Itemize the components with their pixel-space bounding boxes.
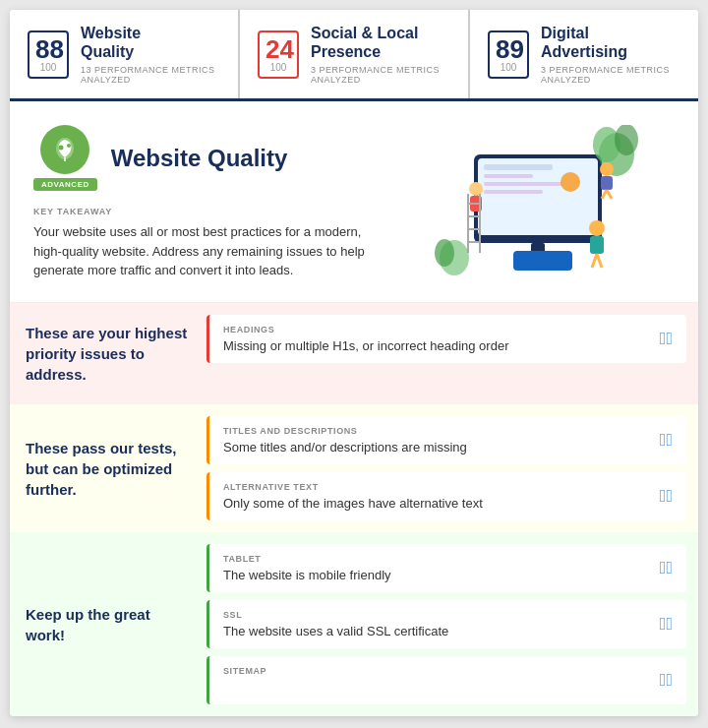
issue-row-optimize: These pass our tests, but can be optimiz… bbox=[10, 404, 698, 532]
issue-card[interactable]: TITLES AND DESCRIPTIONS Some titles and/… bbox=[206, 416, 686, 464]
issue-label-high-priority: These are your highest priority issues t… bbox=[10, 303, 206, 404]
issue-card[interactable]: SITEMAP ✓⃝ bbox=[206, 656, 686, 704]
chevron-icon: ✓⃝ bbox=[660, 329, 673, 349]
issue-category: TITLES AND DESCRIPTIONS bbox=[223, 426, 467, 436]
wq-right bbox=[392, 125, 675, 282]
svg-rect-7 bbox=[484, 182, 562, 186]
score-value-digital: 89 bbox=[496, 36, 521, 62]
issue-label-text-optimize: These pass our tests, but can be optimiz… bbox=[26, 438, 191, 500]
issue-category: SSL bbox=[223, 610, 448, 620]
svg-point-2 bbox=[67, 144, 71, 148]
score-value-social: 24 bbox=[266, 36, 291, 62]
svg-point-15 bbox=[600, 162, 614, 176]
scores-header: 88 100 WebsiteQuality 13 Performance Met… bbox=[10, 10, 698, 101]
wq-header: ADVANCED Website Quality bbox=[33, 125, 373, 191]
chevron-icon: ✓⃝ bbox=[660, 558, 673, 578]
score-subtitle-social: 3 Performance Metrics Analyzed bbox=[311, 65, 450, 85]
issue-label-text-great: Keep up the great work! bbox=[26, 604, 191, 645]
score-box-digital: 89 100 bbox=[488, 30, 529, 79]
chevron-icon: ✓⃝ bbox=[660, 430, 673, 451]
score-block-website: 88 100 WebsiteQuality 13 Performance Met… bbox=[10, 10, 240, 98]
issue-category: SITEMAP bbox=[223, 666, 266, 676]
svg-point-33 bbox=[435, 239, 454, 267]
wq-title: Website Quality bbox=[111, 145, 288, 172]
chevron-icon: ✓⃝ bbox=[660, 670, 673, 691]
issue-card[interactable]: TABLET The website is mobile friendly ✓⃝ bbox=[206, 544, 686, 592]
issue-category: TABLET bbox=[223, 554, 391, 564]
svg-point-27 bbox=[589, 220, 605, 236]
wq-badge: ADVANCED bbox=[33, 178, 97, 191]
issue-items-optimize: TITLES AND DESCRIPTIONS Some titles and/… bbox=[206, 404, 698, 532]
issue-row-high-priority: These are your highest priority issues t… bbox=[10, 303, 698, 404]
issue-label-optimize: These pass our tests, but can be optimiz… bbox=[10, 404, 206, 532]
wq-section: ADVANCED Website Quality KEY TAKEAWAY Yo… bbox=[10, 101, 698, 303]
score-block-social: 24 100 Social & LocalPresence 3 Performa… bbox=[240, 10, 470, 98]
leaf-icon bbox=[51, 136, 79, 163]
chevron-icon: ✓⃝ bbox=[660, 614, 673, 635]
issue-category: ALTERNATIVE TEXT bbox=[223, 482, 483, 492]
svg-rect-8 bbox=[484, 190, 543, 194]
page-wrapper: 88 100 WebsiteQuality 13 Performance Met… bbox=[10, 10, 698, 716]
issue-category: HEADINGS bbox=[223, 325, 508, 334]
score-title-digital: DigitalAdvertising bbox=[541, 24, 680, 61]
score-box-website: 88 100 bbox=[28, 30, 69, 79]
issue-items-high: HEADINGS Missing or multiple H1s, or inc… bbox=[206, 303, 698, 404]
svg-line-30 bbox=[597, 254, 602, 268]
svg-point-1 bbox=[59, 146, 64, 151]
wq-body: Your website uses all or most best pract… bbox=[33, 222, 373, 280]
issue-desc bbox=[223, 680, 266, 695]
issue-label-text-high: These are your highest priority issues t… bbox=[26, 323, 191, 385]
issue-desc: Only some of the images have alternative… bbox=[223, 496, 483, 511]
wq-key-takeaway: KEY TAKEAWAY bbox=[33, 207, 373, 216]
issue-desc: Missing or multiple H1s, or incorrect he… bbox=[223, 338, 508, 353]
issue-card[interactable]: HEADINGS Missing or multiple H1s, or inc… bbox=[206, 315, 686, 363]
svg-rect-16 bbox=[601, 176, 613, 190]
issue-card[interactable]: ALTERNATIVE TEXT Only some of the images… bbox=[206, 472, 686, 520]
wq-icon bbox=[40, 125, 89, 174]
svg-point-9 bbox=[560, 172, 580, 192]
issues-container: These are your highest priority issues t… bbox=[10, 303, 698, 716]
issue-row-great: Keep up the great work! TABLET The websi… bbox=[10, 532, 698, 716]
issue-card[interactable]: SSL The website uses a valid SSL certifi… bbox=[206, 600, 686, 648]
wq-icon-wrap: ADVANCED bbox=[33, 125, 97, 191]
issue-desc: The website uses a valid SSL certificate bbox=[223, 624, 448, 638]
svg-point-19 bbox=[469, 182, 483, 196]
score-title-website: WebsiteQuality bbox=[81, 24, 220, 61]
score-box-social: 24 100 bbox=[258, 30, 299, 79]
illustration bbox=[425, 125, 641, 282]
svg-rect-6 bbox=[484, 174, 533, 178]
chevron-icon: ✓⃝ bbox=[660, 486, 673, 507]
wq-left: ADVANCED Website Quality KEY TAKEAWAY Yo… bbox=[33, 125, 373, 282]
svg-rect-5 bbox=[484, 164, 553, 170]
svg-point-14 bbox=[615, 125, 638, 155]
score-subtitle-digital: 3 Performance Metrics Analyzed bbox=[541, 65, 680, 85]
issue-desc: Some titles and/or descriptions are miss… bbox=[223, 440, 467, 455]
svg-rect-28 bbox=[590, 236, 604, 254]
issue-desc: The website is mobile friendly bbox=[223, 568, 391, 582]
svg-rect-31 bbox=[513, 251, 572, 271]
score-subtitle-website: 13 Performance Metrics Analyzed bbox=[81, 65, 220, 85]
svg-line-18 bbox=[607, 190, 612, 199]
score-title-social: Social & LocalPresence bbox=[311, 24, 450, 61]
score-block-digital: 89 100 DigitalAdvertising 3 Performance … bbox=[470, 10, 698, 98]
issue-label-great: Keep up the great work! bbox=[10, 532, 206, 716]
score-value-website: 88 bbox=[35, 36, 61, 62]
issue-items-great: TABLET The website is mobile friendly ✓⃝… bbox=[206, 532, 698, 716]
